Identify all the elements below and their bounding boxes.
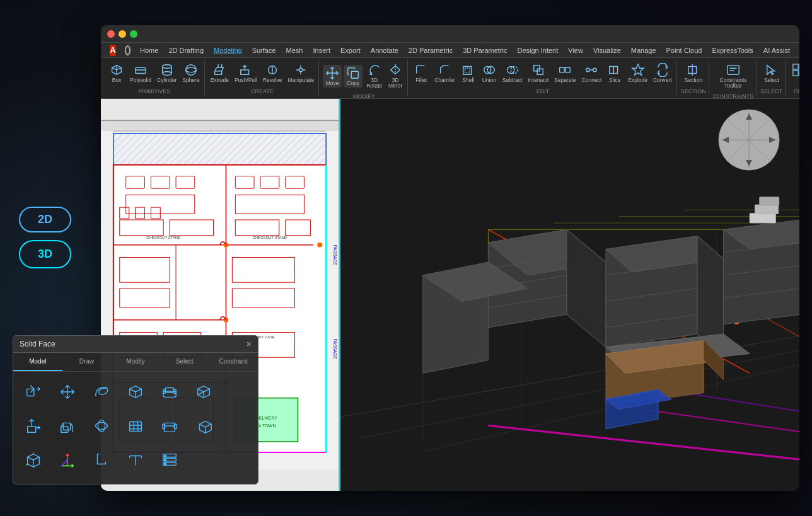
tool-move[interactable]: Move [323, 65, 342, 88]
sf-icon-box-outline[interactable] [120, 411, 151, 441]
tab-constraint[interactable]: Constraint [209, 353, 258, 371]
svg-rect-3 [136, 67, 146, 73]
svg-rect-24 [351, 71, 358, 78]
menu-home[interactable]: Home [136, 45, 163, 55]
sf-icon-box-solid[interactable] [120, 377, 151, 407]
svg-point-10 [186, 67, 197, 72]
tool-sphere[interactable]: Sphere [180, 62, 201, 84]
tool-3d-mirror[interactable]: 3D Mirror [386, 62, 405, 91]
sf-icon-box-ref[interactable] [18, 445, 49, 475]
tool-constraints-toolbar[interactable]: ConstraintsToolbar [718, 62, 749, 91]
tab-select[interactable]: Select [160, 353, 209, 371]
menu-mesh[interactable]: Mesh [282, 45, 308, 55]
sf-icon-panel-stack[interactable] [154, 445, 185, 475]
sf-icon-curve-face[interactable] [86, 377, 117, 407]
sf-icon-move-normal[interactable] [52, 377, 83, 407]
menu-insert[interactable]: Insert [308, 45, 335, 55]
navigation-wheel[interactable] [717, 108, 780, 171]
svg-rect-49 [793, 71, 798, 76]
toolbar-group-select: Select SELECT [758, 60, 786, 96]
sf-icon-l-shape[interactable] [86, 445, 117, 475]
minimize-dot[interactable] [119, 30, 126, 38]
sf-icon-axis-ref[interactable] [52, 445, 83, 475]
tool-polysolid[interactable]: Polysolid [128, 62, 153, 84]
svg-line-215 [39, 464, 40, 466]
solid-face-close-button[interactable]: × [246, 339, 252, 349]
sf-icons-row1 [18, 377, 253, 407]
menu-view[interactable]: View [564, 45, 588, 55]
tool-intersect[interactable]: Intersect [526, 62, 550, 84]
menu-modeling[interactable]: Modeling [209, 45, 246, 55]
title-bar [101, 25, 799, 43]
tool-manipulate[interactable]: Manipulate [286, 62, 316, 84]
sf-icon-small-box[interactable] [188, 411, 219, 441]
tool-convert[interactable]: Convert [651, 62, 674, 84]
tool-chamfer[interactable]: Chamfer [432, 62, 457, 84]
svg-rect-47 [793, 64, 798, 69]
tool-shell[interactable]: Shell [459, 62, 478, 84]
sf-icon-oval-face[interactable] [86, 411, 117, 441]
svg-text:CHECKOUT STAND: CHECKOUT STAND [146, 236, 181, 239]
menu-manage[interactable]: Manage [627, 45, 661, 55]
tool-controls-1[interactable] [789, 62, 799, 78]
svg-line-207 [199, 424, 205, 427]
maximize-dot[interactable] [130, 30, 137, 38]
tool-pushpull[interactable]: Push/Pull [233, 62, 259, 84]
tab-draw[interactable]: Draw [62, 353, 112, 371]
badge-2d[interactable]: 2D [19, 207, 71, 232]
3d-viewport [340, 99, 799, 491]
svg-line-2 [117, 67, 121, 70]
menu-3d-parametric[interactable]: 3D Parametric [458, 45, 511, 55]
sf-icon-t-shape[interactable] [120, 445, 151, 475]
tab-model[interactable]: Model [13, 353, 62, 371]
tool-section[interactable]: Section [683, 62, 704, 84]
menu-design-intent[interactable]: Design Intent [513, 45, 562, 55]
menu-surface[interactable]: Surface [248, 45, 281, 55]
tool-separate[interactable]: Separate [552, 62, 578, 84]
tool-box[interactable]: Box [107, 62, 126, 84]
tool-select[interactable]: Select [762, 62, 781, 84]
tab-modify[interactable]: Modify [111, 353, 160, 371]
solid-face-tabs: Model Draw Modify Select Constraint [13, 353, 258, 372]
tool-fillet[interactable]: Fillet [412, 62, 431, 84]
sf-icon-move-along[interactable] [18, 377, 49, 407]
tool-explode[interactable]: Explode [626, 62, 649, 84]
solid-face-title: Solid Face [20, 340, 55, 348]
sf-icon-move-xyz[interactable] [52, 411, 83, 441]
panel-3d[interactable] [340, 99, 799, 491]
sf-icon-couch[interactable] [154, 377, 185, 407]
menu-2d-parametric[interactable]: 2D Parametric [404, 45, 457, 55]
sf-icon-seat[interactable] [154, 411, 185, 441]
tool-revolve[interactable]: Revolve [261, 62, 284, 84]
svg-point-37 [593, 68, 597, 72]
tool-extrude[interactable]: Extrude [209, 62, 231, 84]
badge-3d[interactable]: 3D [19, 240, 71, 268]
tool-copy[interactable]: Copy [344, 65, 362, 88]
menu-visualize[interactable]: Visualize [589, 45, 625, 55]
tool-subtract[interactable]: Subtract [501, 62, 525, 84]
svg-rect-44 [728, 66, 739, 75]
toolbar-group-edit: Fillet Chamfer Shell [409, 60, 677, 96]
sf-icons-row2 [18, 411, 253, 441]
view-mode-badges: 2D 3D [19, 207, 71, 268]
menu-expresstools[interactable]: ExpressTools [707, 45, 757, 55]
tool-union[interactable]: Union [480, 62, 499, 84]
svg-rect-53 [101, 120, 339, 121]
search-icon[interactable] [125, 45, 130, 55]
tool-slice[interactable]: Slice [605, 62, 624, 84]
menu-point-cloud[interactable]: Point Cloud [662, 45, 707, 55]
sf-icon-push-pull-v[interactable] [18, 411, 49, 441]
create-row: Extrude Push/Pull Revolve [209, 62, 316, 84]
tool-connect[interactable]: Connect [580, 62, 604, 84]
menu-export[interactable]: Export [336, 45, 365, 55]
sf-icon-box-wire[interactable] [188, 377, 219, 407]
toolbar-group-primitives: Box Polysolid Cylinder [105, 60, 205, 96]
tool-cylinder[interactable]: Cylinder [155, 62, 178, 84]
menu-2d-drafting[interactable]: 2D Drafting [164, 45, 208, 55]
close-dot[interactable] [107, 30, 115, 38]
tool-3d-rotate[interactable]: 3D Rotate [364, 62, 384, 91]
menu-ai-assist[interactable]: AI Assist [759, 45, 794, 55]
menu-annotate[interactable]: Annotate [366, 45, 403, 55]
svg-line-1 [112, 67, 117, 70]
edit-row-1: Fillet Chamfer Shell [412, 62, 674, 84]
